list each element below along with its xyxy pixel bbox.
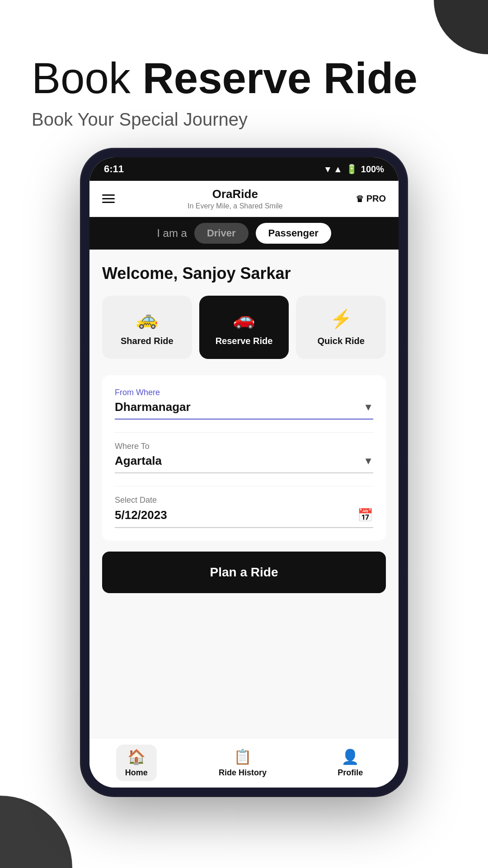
phone-screen: 6:11 ▾ ▲ 🔋 100% OraRide In Eve	[89, 157, 399, 788]
nav-profile-label: Profile	[338, 768, 363, 778]
corner-decoration-top-right	[434, 0, 488, 54]
role-selector: I am a Driver Passenger	[89, 217, 399, 250]
page-title-bold: Reserve Ride	[142, 54, 417, 102]
app-bar-center: OraRide In Every Mile, a Shared Smile	[115, 187, 356, 210]
app-tagline: In Every Mile, a Shared Smile	[115, 202, 356, 210]
crown-icon: ♛	[356, 193, 364, 204]
field-divider-2	[115, 486, 373, 486]
nav-home[interactable]: 🏠 Home	[116, 745, 157, 781]
pro-badge[interactable]: ♛ PRO	[356, 193, 386, 204]
from-field-group: From Where Dharmanagar ▼	[115, 388, 373, 420]
main-content: Welcome, Sanjoy Sarkar 🚕 Shared Ride 🚗 R…	[89, 250, 399, 738]
hamburger-line-3	[102, 202, 115, 203]
date-field-group: Select Date 5/12/2023 📅	[115, 495, 373, 528]
date-picker[interactable]: 5/12/2023 📅	[115, 508, 373, 528]
from-label: From Where	[115, 388, 373, 397]
home-icon: 🏠	[127, 748, 145, 765]
wifi-icon: ▾	[325, 164, 330, 175]
to-field-group: Where To Agartala ▼	[115, 442, 373, 473]
shared-ride-icon: 🚕	[136, 308, 158, 330]
battery-percent: 100%	[361, 164, 384, 175]
status-bar: 6:11 ▾ ▲ 🔋 100%	[89, 157, 399, 181]
battery-icon: 🔋	[346, 164, 357, 175]
reserve-ride-icon: 🚗	[233, 308, 255, 330]
hamburger-line-1	[102, 194, 115, 196]
field-divider-1	[115, 432, 373, 433]
from-dropdown[interactable]: Dharmanagar ▼	[115, 400, 373, 420]
shared-ride-card[interactable]: 🚕 Shared Ride	[102, 296, 192, 359]
reserve-ride-label: Reserve Ride	[216, 336, 273, 346]
nav-history-label: Ride History	[219, 768, 267, 778]
status-time: 6:11	[104, 163, 325, 175]
from-value: Dharmanagar	[115, 400, 191, 414]
quick-ride-card[interactable]: ⚡ Quick Ride	[296, 296, 386, 359]
booking-form: From Where Dharmanagar ▼ Where To Agarta…	[102, 375, 386, 541]
driver-button[interactable]: Driver	[194, 223, 249, 244]
from-dropdown-arrow: ▼	[363, 401, 373, 413]
page-subtitle: Book Your Special Journey	[32, 109, 456, 130]
reserve-ride-card[interactable]: 🚗 Reserve Ride	[199, 296, 289, 359]
quick-ride-icon: ⚡	[330, 308, 352, 330]
app-name: OraRide	[115, 187, 356, 201]
to-label: Where To	[115, 442, 373, 451]
signal-icon: ▲	[333, 164, 343, 175]
nav-home-label: Home	[125, 768, 148, 778]
passenger-button[interactable]: Passenger	[256, 223, 331, 244]
shared-ride-label: Shared Ride	[121, 336, 174, 346]
page-header: Book Reserve Ride Book Your Special Jour…	[32, 54, 456, 130]
page-title: Book Reserve Ride	[32, 54, 456, 102]
phone-mockup: 6:11 ▾ ▲ 🔋 100% OraRide In Eve	[81, 149, 407, 796]
bottom-navigation: 🏠 Home 📋 Ride History 👤 Profile	[89, 738, 399, 788]
hamburger-line-2	[102, 198, 115, 199]
plan-ride-button[interactable]: Plan a Ride	[102, 552, 386, 593]
pro-label: PRO	[366, 193, 386, 204]
role-prefix: I am a	[157, 227, 187, 240]
phone-frame: 6:11 ▾ ▲ 🔋 100% OraRide In Eve	[81, 149, 407, 796]
to-dropdown-arrow: ▼	[363, 455, 373, 467]
menu-button[interactable]	[102, 194, 115, 203]
nav-profile[interactable]: 👤 Profile	[328, 745, 372, 781]
date-value: 5/12/2023	[115, 508, 167, 522]
welcome-message: Welcome, Sanjoy Sarkar	[102, 264, 386, 283]
profile-icon: 👤	[341, 748, 359, 765]
corner-decoration-bottom-left	[0, 796, 72, 868]
nav-ride-history[interactable]: 📋 Ride History	[210, 745, 276, 781]
app-bar: OraRide In Every Mile, a Shared Smile ♛ …	[89, 181, 399, 217]
calendar-icon: 📅	[357, 508, 373, 523]
status-icons: ▾ ▲ 🔋 100%	[325, 164, 384, 175]
camera-notch	[226, 157, 262, 168]
quick-ride-label: Quick Ride	[317, 336, 364, 346]
to-value: Agartala	[115, 454, 162, 468]
page-title-normal: Book	[32, 54, 142, 102]
date-label: Select Date	[115, 495, 373, 505]
ride-type-selector: 🚕 Shared Ride 🚗 Reserve Ride ⚡ Quick Rid…	[102, 296, 386, 359]
to-dropdown[interactable]: Agartala ▼	[115, 454, 373, 473]
ride-history-icon: 📋	[234, 748, 252, 765]
